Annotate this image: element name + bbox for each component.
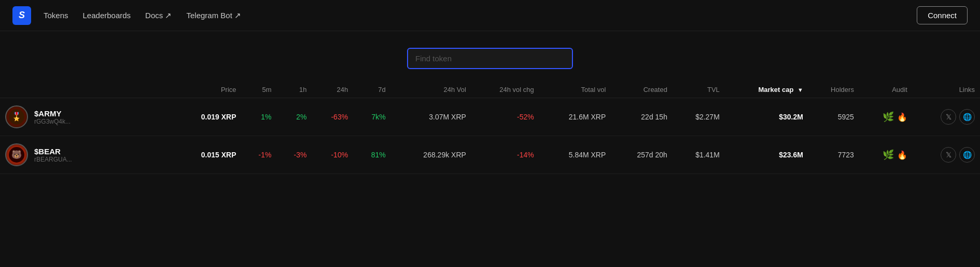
token-7d-2: 81% [353, 136, 391, 174]
token-links-1: 𝕏 🌐 [913, 98, 980, 136]
col-price: Price [173, 82, 242, 98]
search-input[interactable] [407, 48, 573, 69]
col-vol-24h: 24h Vol [391, 82, 471, 98]
nav: Tokens Leaderboards Docs ↗ Telegram Bot … [44, 11, 917, 20]
col-created: Created [611, 82, 673, 98]
token-holders-2: 7723 [808, 136, 859, 174]
token-totalvol-2: 5.84M XRP [539, 136, 611, 174]
nav-tokens[interactable]: Tokens [44, 11, 68, 20]
col-5m: 5m [242, 82, 277, 98]
token-created-2: 257d 20h [611, 136, 673, 174]
token-audit-2: 🌿 🔥 [859, 136, 913, 174]
token-24h-1: -63% [312, 98, 353, 136]
flame-icon-1: 🔥 [897, 112, 907, 122]
token-totalvol-1: 21.6M XRP [539, 98, 611, 136]
search-section [0, 31, 980, 82]
token-avatar-1: 🎖️ [5, 105, 28, 128]
nav-telegram[interactable]: Telegram Bot ↗ [186, 11, 241, 20]
nav-docs[interactable]: Docs ↗ [145, 11, 172, 20]
token-avatar-2: 🐻 [5, 143, 28, 166]
token-5m-2: -1% [242, 136, 277, 174]
col-tvl: TVL [673, 82, 725, 98]
token-tvl-2: $1.41M [673, 136, 725, 174]
token-1h-2: -3% [276, 136, 312, 174]
token-name-1: $ARMY [34, 109, 71, 118]
token-address-1: rGG3wQ4k... [34, 118, 71, 125]
col-7d: 7d [353, 82, 391, 98]
token-volchg-1: -52% [471, 98, 539, 136]
token-tvl-1: $2.27M [673, 98, 725, 136]
token-volchg-2: -14% [471, 136, 539, 174]
col-links: Links [913, 82, 980, 98]
col-1h: 1h [276, 82, 312, 98]
twitter-link-1[interactable]: 𝕏 [941, 109, 956, 125]
nav-leaderboards[interactable]: Leaderboards [83, 11, 131, 20]
web-link-1[interactable]: 🌐 [959, 109, 975, 125]
leaf-icon-2: 🌿 [883, 149, 894, 161]
token-created-1: 22d 15h [611, 98, 673, 136]
col-total-vol: Total vol [539, 82, 611, 98]
web-link-2[interactable]: 🌐 [959, 147, 975, 163]
token-price-1: 0.019 XRP [173, 98, 242, 136]
token-links-2: 𝕏 🌐 [913, 136, 980, 174]
token-marketcap-2: $23.6M [725, 136, 808, 174]
token-holders-1: 5925 [808, 98, 859, 136]
token-1h-1: 2% [276, 98, 312, 136]
col-token [0, 82, 173, 98]
token-name-2: $BEAR [34, 147, 72, 156]
col-market-cap[interactable]: Market cap ▼ [725, 82, 808, 98]
logo[interactable]: S [12, 6, 31, 25]
flame-icon-2: 🔥 [897, 150, 907, 160]
table-row[interactable]: 🎖️ $ARMY rGG3wQ4k... 0.019 XRP 1% 2% -63… [0, 98, 980, 136]
twitter-link-2[interactable]: 𝕏 [941, 147, 956, 163]
col-audit: Audit [859, 82, 913, 98]
col-holders: Holders [808, 82, 859, 98]
svg-text:🎖️: 🎖️ [11, 112, 22, 122]
token-price-2: 0.015 XRP [173, 136, 242, 174]
col-24h: 24h [312, 82, 353, 98]
token-table: Price 5m 1h 24h 7d 24h Vol 24h vol chg T… [0, 82, 980, 174]
svg-text:🐻: 🐻 [11, 150, 22, 159]
sort-arrow-icon: ▼ [797, 87, 803, 93]
token-audit-1: 🌿 🔥 [859, 98, 913, 136]
connect-button[interactable]: Connect [917, 6, 968, 24]
token-24h-2: -10% [312, 136, 353, 174]
token-address-2: rBEARGUA... [34, 156, 72, 163]
token-5m-1: 1% [242, 98, 277, 136]
leaf-icon-1: 🌿 [883, 111, 894, 123]
logo-symbol: S [19, 10, 25, 21]
token-marketcap-1: $30.2M [725, 98, 808, 136]
table-row[interactable]: 🐻 $BEAR rBEARGUA... 0.015 XRP -1% -3% -1… [0, 136, 980, 174]
token-cell-1: 🎖️ $ARMY rGG3wQ4k... [0, 98, 173, 136]
header: S Tokens Leaderboards Docs ↗ Telegram Bo… [0, 0, 980, 31]
token-table-wrap: Price 5m 1h 24h 7d 24h Vol 24h vol chg T… [0, 82, 980, 184]
token-7d-1: 7k% [353, 98, 391, 136]
token-vol24h-1: 3.07M XRP [391, 98, 471, 136]
token-cell-2: 🐻 $BEAR rBEARGUA... [0, 136, 173, 174]
col-vol-chg: 24h vol chg [471, 82, 539, 98]
token-vol24h-2: 268.29k XRP [391, 136, 471, 174]
